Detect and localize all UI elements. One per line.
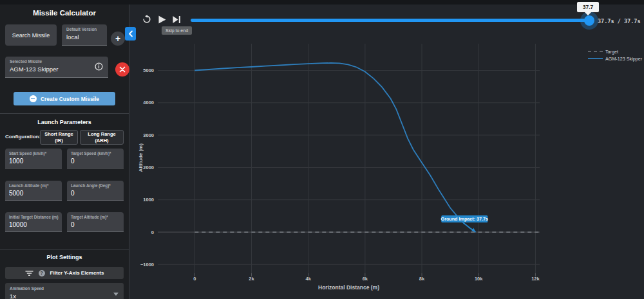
- gridlines: [158, 44, 540, 276]
- sidebar: Missile Calculator Search Missile Defaul…: [0, 0, 129, 299]
- svg-text:5000: 5000: [143, 68, 154, 73]
- x-axis-title: Horizontal Distance (m): [318, 284, 379, 291]
- y-axis-title: Altitude (m): [138, 143, 144, 172]
- svg-text:0: 0: [193, 276, 196, 282]
- default-version-select[interactable]: Default Version local: [62, 24, 107, 46]
- close-icon: [119, 66, 126, 73]
- plot-settings-heading: Plot Settings: [0, 254, 129, 260]
- svg-text:6k: 6k: [363, 276, 368, 282]
- start-speed-field[interactable]: Start Speed (km/h)* 1000: [5, 149, 62, 168]
- target-speed-value: 0: [71, 158, 75, 165]
- initial-target-distance-field[interactable]: Initial Target Distance (m) 10000: [5, 212, 62, 232]
- svg-text:10k: 10k: [475, 276, 483, 282]
- restart-button[interactable]: [142, 15, 151, 24]
- svg-text:−1000: −1000: [140, 262, 154, 267]
- svg-text:2k: 2k: [249, 276, 254, 282]
- svg-text:Ground Impact: 37.7s: Ground Impact: 37.7s: [441, 216, 489, 222]
- launch-parameters-heading: Launch Parameters: [0, 119, 129, 125]
- start-speed-label: Start Speed (km/h)*: [9, 151, 46, 156]
- config-short-range-button[interactable]: Short Range (IR): [40, 130, 78, 145]
- target-speed-field[interactable]: Target Speed (km/h)* 0: [67, 149, 124, 168]
- launch-angle-field[interactable]: Launch Angle (Deg)* 0: [67, 181, 124, 201]
- filter-y-axis-label: Filter Y-Axis Elements: [50, 270, 104, 276]
- divider: [0, 249, 129, 250]
- timeline-slider[interactable]: [191, 19, 590, 22]
- sidebar-collapse-button[interactable]: [125, 27, 136, 41]
- animation-speed-select[interactable]: Animation Speed 1x: [5, 283, 124, 299]
- slider-value-tooltip: 37.7: [577, 2, 599, 12]
- ground-impact-annotation: Ground Impact: 37.7s: [441, 215, 489, 232]
- svg-text:Target: Target: [605, 49, 618, 55]
- filter-icon: [25, 270, 33, 276]
- initial-target-distance-label: Initial Target Distance (m): [9, 215, 59, 219]
- target-altitude-value: 0: [71, 221, 75, 228]
- chevron-down-icon: [113, 293, 118, 296]
- play-button[interactable]: [158, 15, 166, 24]
- create-custom-missile-button[interactable]: Create Custom Missile: [14, 92, 115, 105]
- selected-missile-label: Selected Missile: [10, 59, 42, 64]
- clear-missile-button[interactable]: [115, 62, 129, 77]
- target-altitude-label: Target Altitude (m)*: [71, 215, 108, 219]
- svg-text:2000: 2000: [143, 165, 154, 170]
- launch-angle-label: Launch Angle (Deg)*: [71, 183, 111, 188]
- help-icon[interactable]: ?: [39, 270, 45, 276]
- add-missile-button[interactable]: +: [111, 32, 125, 46]
- minus-circle-icon: [30, 95, 37, 102]
- filter-y-axis-button[interactable]: ? Filter Y-Axis Elements: [5, 267, 124, 279]
- target-speed-label: Target Speed (km/h)*: [71, 151, 111, 156]
- selected-missile-value: AGM-123 Skipper: [10, 66, 59, 73]
- target-altitude-field[interactable]: Target Altitude (m)* 0: [67, 212, 124, 232]
- svg-text:AGM-123 Skipper: AGM-123 Skipper: [605, 56, 643, 62]
- create-custom-missile-label: Create Custom Missile: [41, 96, 99, 102]
- top-strip: [0, 0, 644, 5]
- svg-text:3000: 3000: [143, 132, 154, 138]
- slider-thumb[interactable]: [584, 15, 594, 26]
- initial-target-distance-value: 10000: [9, 221, 27, 228]
- default-version-value: local: [66, 33, 79, 41]
- chart-legend[interactable]: TargetAGM-123 Skipper: [588, 49, 643, 62]
- selected-missile-field[interactable]: Selected Missile AGM-123 Skipper: [5, 57, 108, 78]
- app-title: Missile Calculator: [0, 9, 129, 17]
- config-long-range-button[interactable]: Long Range (ARH): [80, 130, 124, 145]
- trajectory-chart[interactable]: −100001000200030004000500002k4k6k8k10k12…: [129, 35, 644, 299]
- search-missile-button[interactable]: Search Missile: [5, 24, 57, 46]
- launch-altitude-field[interactable]: Launch Altitude (m)* 5000: [5, 181, 62, 201]
- default-version-label: Default Version: [66, 27, 97, 32]
- series-agm-123-skipper[interactable]: [194, 63, 476, 232]
- launch-altitude-value: 5000: [9, 190, 23, 197]
- skip-to-end-tooltip: Skip to end: [162, 26, 192, 35]
- svg-text:4000: 4000: [143, 100, 154, 105]
- configuration-label: Configuration:: [5, 134, 41, 140]
- chevron-left-icon: [128, 30, 133, 37]
- svg-text:4k: 4k: [306, 276, 312, 282]
- animation-speed-value: 1x: [10, 293, 16, 299]
- skip-to-end-button[interactable]: [173, 15, 181, 24]
- tick-labels: −100001000200030004000500002k4k6k8k10k12…: [140, 68, 540, 282]
- launch-altitude-label: Launch Altitude (m)*: [9, 183, 48, 188]
- plus-icon: +: [115, 33, 120, 44]
- svg-text:1000: 1000: [143, 197, 154, 203]
- svg-text:12k: 12k: [531, 276, 540, 282]
- svg-text:0: 0: [151, 230, 154, 235]
- main-panel: Skip to end 37.7 37.7s / 37.7s −10000100…: [129, 0, 644, 299]
- start-speed-value: 1000: [9, 158, 23, 165]
- info-icon[interactable]: [95, 62, 103, 71]
- divider: [0, 113, 129, 114]
- time-display: 37.7s / 37.7s: [598, 18, 644, 24]
- svg-text:8k: 8k: [419, 276, 425, 282]
- launch-angle-value: 0: [71, 190, 75, 197]
- animation-speed-label: Animation Speed: [10, 286, 44, 291]
